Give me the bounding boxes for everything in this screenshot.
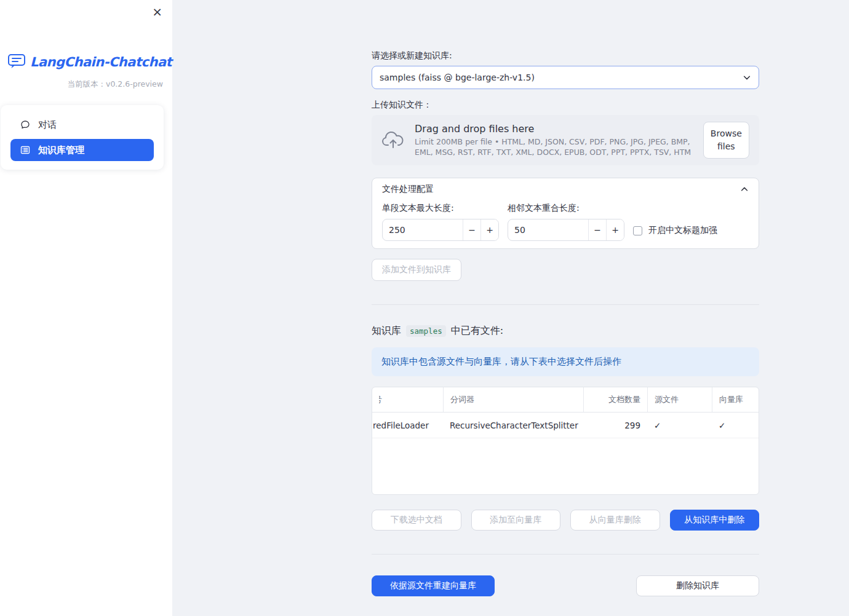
browse-files-button[interactable]: Browse files [703,122,749,159]
zh-title-enhance-field: 开启中文标题加强 [633,203,749,241]
app-window: × LangChain-Chatchat 当前版本：v0.2.6-preview [0,0,849,616]
delete-from-vector-store-button[interactable]: 从向量库删除 [570,510,660,531]
table-header-row: 号 分词器 文档数量 源文件 向量库 [372,387,759,413]
kb-manage-buttons: 依据源文件重建向量库 删除知识库 [372,575,759,596]
add-files-to-kb-button[interactable]: 添加文件到知识库 [372,259,461,281]
card-list-icon [20,145,30,155]
chevron-up-icon [740,185,749,194]
table-header-source-file: 源文件 [647,387,712,412]
add-to-vector-store-button[interactable]: 添加至向量库 [471,510,561,531]
chunk-size-input[interactable]: 250 − + [382,219,499,241]
divider [372,304,759,305]
cloud-upload-icon [381,130,405,151]
sidebar-item-label: 对话 [38,119,57,131]
chunk-size-field: 单段文本最大长度: 250 − + [382,203,499,241]
logo: LangChain-Chatchat [7,53,172,71]
kb-files-table[interactable]: 号 分词器 文档数量 源文件 向量库 redFileLoader Recursi… [372,387,759,495]
sidebar: × LangChain-Chatchat 当前版本：v0.2.6-preview [0,0,172,616]
table-header-clipped: 号 [372,387,443,412]
file-config-expander: 文件处理配置 单段文本最大长度: 250 − + 相邻文 [372,178,759,249]
sidebar-item-label: 知识库管理 [38,144,84,156]
overlap-size-decrement-button[interactable]: − [588,219,606,240]
file-limit-text: Limit 200MB per file • HTML, MD, JSON, C… [415,137,693,158]
kb-files-suffix: 中已有文件: [451,325,503,338]
overlap-size-label: 相邻文本重合长度: [508,203,624,214]
chunk-size-value[interactable]: 250 [383,219,463,240]
table-row[interactable]: redFileLoader RecursiveCharacterTextSpli… [372,413,759,438]
dropzone-text: Drag and drop files here Limit 200MB per… [415,123,693,158]
kb-select-label: 请选择或新建知识库: [372,50,759,61]
zh-title-enhance-label: 开启中文标题加强 [648,225,717,236]
zh-title-enhance-checkbox[interactable] [633,226,642,235]
kb-files-heading: 知识库 samples 中已有文件: [372,325,759,338]
sidebar-item-knowledge-base[interactable]: 知识库管理 [10,139,154,161]
file-dropzone[interactable]: Drag and drop files here Limit 200MB per… [372,115,759,165]
sidebar-item-dialogue[interactable]: 对话 [10,114,154,136]
version-text: 当前版本：v0.2.6-preview [0,79,163,90]
divider [372,554,759,555]
info-alert: 知识库中包含源文件与向量库，请从下表中选择文件后操作 [372,347,759,376]
cell-source-file-check: ✓ [647,421,712,430]
table-header-splitter: 分词器 [443,387,583,412]
chunk-size-decrement-button[interactable]: − [463,219,480,240]
cell-doc-count: 299 [583,421,647,430]
kb-name-code: samples [406,325,446,337]
upload-label: 上传知识文件： [372,100,759,111]
expander-title: 文件处理配置 [382,184,434,195]
drag-drop-text: Drag and drop files here [415,123,693,135]
rebuild-vector-store-button[interactable]: 依据源文件重建向量库 [372,575,495,596]
delete-kb-button[interactable]: 删除知识库 [636,575,759,596]
sidebar-menu: 对话 知识库管理 [1,105,164,170]
chunk-size-increment-button[interactable]: + [480,219,498,240]
delete-from-kb-button[interactable]: 从知识库中删除 [670,510,760,531]
cell-loader: redFileLoader [372,421,443,430]
chunk-size-label: 单段文本最大长度: [382,203,499,214]
logo-chat-icon [7,53,26,71]
download-selected-button[interactable]: 下载选中文档 [372,510,461,531]
chat-bubble-icon [20,120,30,130]
main-content: 请选择或新建知识库: samples (faiss @ bge-large-zh… [372,0,759,596]
logo-text: LangChain-Chatchat [30,55,172,69]
file-action-buttons: 下载选中文档 添加至向量库 从向量库删除 从知识库中删除 [372,510,759,531]
table-header-vector-store: 向量库 [712,387,759,412]
chevron-down-icon [743,73,751,82]
cell-splitter: RecursiveCharacterTextSplitter [443,421,583,430]
table-header-doc-count: 文档数量 [583,387,647,412]
kb-selectbox[interactable]: samples (faiss @ bge-large-zh-v1.5) [372,66,759,89]
kb-selectbox-value: samples (faiss @ bge-large-zh-v1.5) [380,73,743,82]
expander-header[interactable]: 文件处理配置 [372,178,759,200]
zh-title-enhance-checkbox-row: 开启中文标题加强 [633,225,749,236]
overlap-size-field: 相邻文本重合长度: 50 − + [508,203,624,241]
info-alert-text: 知识库中包含源文件与向量库，请从下表中选择文件后操作 [381,356,621,368]
expander-body: 单段文本最大长度: 250 − + 相邻文本重合长度: 50 − + [372,200,759,248]
overlap-size-input[interactable]: 50 − + [508,219,624,241]
overlap-size-increment-button[interactable]: + [606,219,624,240]
cell-vector-store-check: ✓ [712,421,759,430]
kb-files-prefix: 知识库 [372,325,401,338]
overlap-size-value[interactable]: 50 [508,219,588,240]
sidebar-close-button[interactable]: × [149,3,165,20]
